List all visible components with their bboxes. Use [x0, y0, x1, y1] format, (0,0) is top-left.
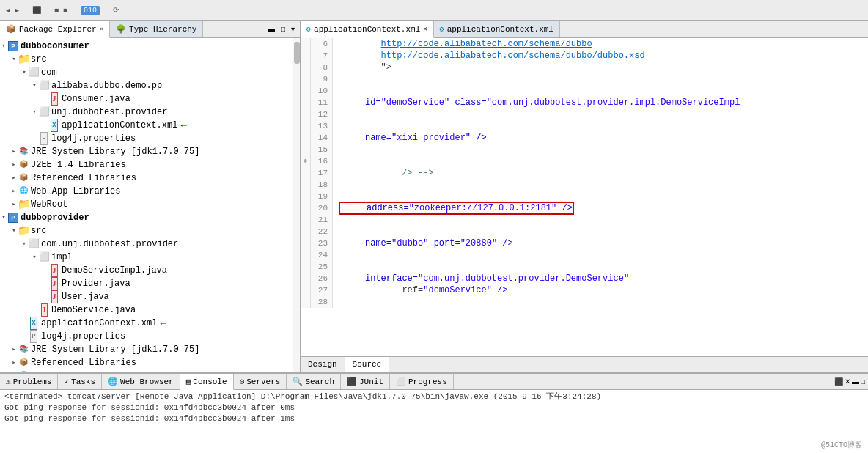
console-tab-label: Web Browser	[120, 378, 174, 386]
line-content: http://code.alibabatech.com/schema/dubbo	[333, 38, 592, 50]
red-arrow-icon: ←	[160, 317, 166, 329]
tree-item-dubboconsumer[interactable]: ▾ P dubboconsumer	[0, 40, 293, 53]
tree-toggle[interactable]: ▾	[31, 80, 38, 92]
tree-item-demoimpl[interactable]: J DemoServiceImpl.java	[0, 264, 293, 277]
tree-toggle[interactable]: ▸	[10, 159, 18, 171]
tree-icon-props: P	[38, 133, 50, 144]
console-minimize-btn[interactable]: ▬	[852, 378, 859, 386]
console-tab-junit[interactable]: ⬛JUnit	[341, 374, 390, 389]
console-content: <terminated> tomcat7Server [Remote Java …	[0, 390, 868, 453]
tree-item-alibaba[interactable]: ▾ ⬜ alibaba.dubbo.demo.pp	[0, 79, 293, 92]
console-tab-progress[interactable]: ⬜Progress	[390, 374, 454, 389]
tree-item-appctx2[interactable]: X applicationContext.xml ←	[0, 317, 293, 330]
console-close-btn[interactable]: ✕	[845, 378, 850, 386]
tree-toggle[interactable]: ▾	[0, 40, 7, 52]
line-number: 23	[311, 237, 333, 249]
maximize-btn[interactable]: □	[279, 24, 287, 34]
console-tab-label: Search	[305, 378, 334, 386]
tab-type-hierarchy[interactable]: 🌳 Type Hierarchy	[110, 21, 203, 37]
tree-item-webroot1[interactable]: ▸ 📁 WebRoot	[0, 198, 293, 211]
design-tab[interactable]: Design	[301, 357, 345, 372]
console-tab-label: Servers	[246, 378, 280, 386]
editor-tab-provider[interactable]: ⚙ applicationContext.xml	[434, 21, 560, 37]
tree-toggle[interactable]: ▾	[21, 238, 28, 250]
tree-toggle[interactable]: ▸	[10, 344, 18, 356]
console-tab-problems[interactable]: ⚠Problems	[0, 374, 58, 389]
editor-tab-consumer[interactable]: ⚙ applicationContext.xml ✕	[301, 21, 434, 38]
code-segment: address=	[361, 203, 409, 213]
tree-item-log4j1[interactable]: P log4j.properties	[0, 132, 293, 145]
tree-toggle[interactable]: ▾	[31, 251, 38, 263]
tree-item-dubboprovider[interactable]: ▾ P dubboprovider	[0, 211, 293, 224]
tree-label: DemoServiceImpl.java	[62, 265, 167, 276]
scrollbar-thumb[interactable]	[294, 42, 300, 64]
line-content	[333, 179, 339, 191]
console-tab-search[interactable]: 🔍Search	[287, 374, 341, 389]
tree-item-jre2[interactable]: ▸ 📚 JRE System Library [jdk1.7.0_75]	[0, 343, 293, 356]
tree-icon-java: J	[38, 304, 50, 316]
tree-item-src2[interactable]: ▾ 📁 src	[0, 224, 293, 237]
tree-item-demoservice-java[interactable]: J DemoService.java	[0, 303, 293, 317]
editor-tab-consumer-close[interactable]: ✕	[423, 25, 427, 33]
tree-toggle[interactable]: ▸	[10, 172, 18, 184]
tree-toggle[interactable]: ▸	[10, 146, 18, 158]
tree-item-webapp2[interactable]: ▸ 🌐 Web App Libraries	[0, 369, 293, 372]
tree-item-user-java[interactable]: J User.java	[0, 290, 293, 303]
line-marker: ◆	[301, 155, 311, 167]
code-segment	[339, 121, 360, 131]
tree-label: src	[31, 54, 47, 65]
tree-toggle[interactable]: ▸	[10, 185, 18, 197]
code-segment: interface=	[360, 273, 418, 284]
console-tab-servers[interactable]: ⚙Servers	[234, 374, 287, 389]
console-tab-web-browser[interactable]: 🌐Web Browser	[102, 374, 180, 389]
tree-item-appctx1[interactable]: X applicationContext.xml ←	[0, 119, 293, 132]
tree-icon-java: J	[48, 93, 60, 105]
line-number: 28	[311, 296, 333, 308]
minimize-btn[interactable]: ▬	[265, 24, 277, 34]
tree-toggle[interactable]: ▾	[0, 212, 7, 224]
console-clear-btn[interactable]: ⬛	[834, 378, 843, 386]
line-content	[333, 214, 339, 226]
tree-item-log4j2[interactable]: P log4j.properties	[0, 330, 293, 343]
tree-toggle[interactable]: ▸	[10, 199, 18, 210]
tab-package-explorer[interactable]: 📦 Package Explorer ✕	[0, 21, 110, 38]
tree-item-impl[interactable]: ▾ ⬜ impl	[0, 251, 293, 264]
tree-toggle[interactable]: ▾	[10, 54, 18, 65]
code-line-7: 7 http://code.alibabatech.com/schema/dub…	[301, 50, 868, 62]
tree-item-com1[interactable]: ▾ ⬜ com	[0, 66, 293, 79]
code-line-24: 24	[301, 249, 868, 261]
tree-item-consumer-java[interactable]: J Consumer.java	[0, 92, 293, 106]
tree-item-com2[interactable]: ▾ ⬜ com.unj.dubbotest.provider	[0, 237, 293, 251]
console-tab-icon-servers: ⚙	[240, 377, 245, 386]
tree-toggle[interactable]: ▸	[10, 357, 18, 369]
tree-toggle[interactable]: ▾	[21, 67, 28, 78]
tree-item-provider-java[interactable]: J Provider.java	[0, 277, 293, 290]
code-line-28: 28	[301, 296, 868, 308]
tree-item-reflib1[interactable]: ▸ 📦 Referenced Libraries	[0, 172, 293, 185]
tree-label: applicationContext.xml	[62, 119, 177, 131]
console-tab-console[interactable]: ▤Console	[180, 374, 234, 390]
code-segment: /> -->	[402, 168, 433, 178]
console-tab-tasks[interactable]: ✓Tasks	[58, 374, 102, 389]
source-tab[interactable]: Source	[345, 357, 390, 372]
tree-item-webapp1[interactable]: ▸ 🌐 Web App Libraries	[0, 185, 293, 198]
console-maximize-btn[interactable]: □	[861, 378, 865, 386]
package-explorer-close[interactable]: ✕	[100, 25, 103, 33]
left-scrollbar[interactable]	[293, 38, 300, 372]
line-marker	[301, 62, 311, 73]
view-menu-btn[interactable]: ▾	[289, 24, 297, 34]
tree-item-j2ee1[interactable]: ▸ 📦 J2EE 1.4 Libraries	[0, 158, 293, 172]
line-content	[333, 73, 339, 85]
editor-area: 6 http://code.alibabatech.com/schema/dub…	[301, 38, 868, 356]
tree-toggle[interactable]: ▾	[10, 225, 18, 237]
tree-toggle[interactable]: ▾	[31, 106, 38, 118]
line-marker	[301, 202, 311, 214]
line-number: 27	[311, 284, 333, 296]
tree-item-src1[interactable]: ▾ 📁 src	[0, 53, 293, 66]
tree-toggle[interactable]: ▸	[10, 370, 18, 372]
tab-actions: ▬ □ ▾	[262, 21, 300, 37]
tree-item-unj[interactable]: ▾ ⬜ unj.dubbotest.provider	[0, 106, 293, 119]
tree-item-jre1[interactable]: ▸ 📚 JRE System Library [jdk1.7.0_75]	[0, 145, 293, 158]
code-segment	[339, 262, 360, 272]
tree-item-reflib2[interactable]: ▸ 📦 Referenced Libraries	[0, 356, 293, 369]
